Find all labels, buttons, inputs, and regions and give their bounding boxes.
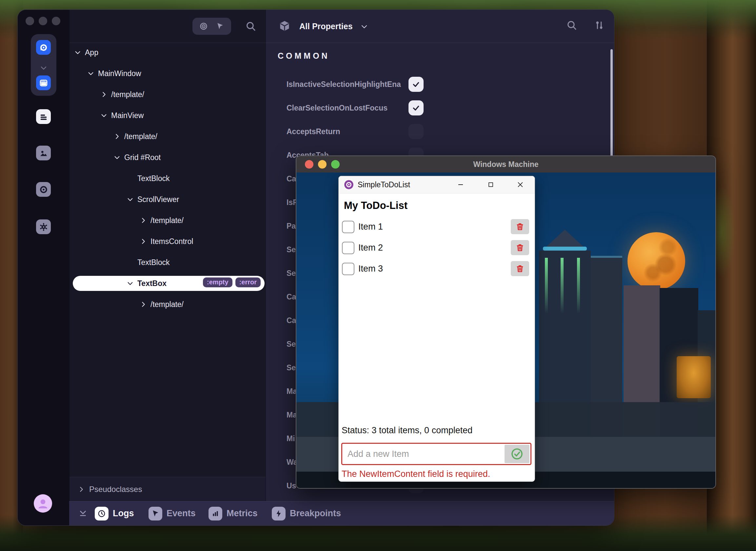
app-window-title: SimpleToDoList: [358, 176, 410, 193]
vm-minimize-button[interactable]: [318, 160, 327, 168]
pseudoclass-badge: :error: [235, 278, 261, 287]
chevron-down-icon[interactable]: [113, 153, 121, 161]
building-green-light: [577, 258, 580, 314]
building-amber-glow: [677, 356, 711, 398]
pseudoclasses-label: Pseudoclasses: [89, 485, 142, 494]
tree-node-label: ItemsControl: [150, 237, 193, 246]
chevron-down-icon[interactable]: [360, 23, 368, 30]
app-window-icon[interactable]: [36, 75, 51, 90]
tab-metrics[interactable]: Metrics: [209, 502, 258, 525]
building-green-light: [561, 258, 564, 314]
visual-tree-panel: AppMainWindow/template/MainView/template…: [69, 10, 266, 502]
screen: AppMainWindow/template/MainView/template…: [0, 0, 756, 551]
property-checkbox-checked[interactable]: [408, 100, 424, 115]
property-row: IsInactiveSelectionHighlightEna: [266, 72, 614, 96]
window-zoom-button[interactable]: [52, 17, 60, 25]
tab-events[interactable]: Events: [149, 502, 196, 525]
tree-node-itemscontrol[interactable]: ItemsControl: [70, 231, 266, 252]
vm-titlebar[interactable]: Windows Machine: [296, 156, 715, 173]
user-avatar[interactable]: [34, 494, 52, 513]
property-checkbox-unchecked[interactable]: [408, 124, 424, 139]
tree-node-textbox[interactable]: TextBox:empty:error: [70, 273, 266, 294]
todo-item-label: Item 1: [358, 216, 383, 237]
tree-node-label: Grid #Root: [124, 153, 161, 162]
window-minimize-button[interactable]: [39, 17, 47, 25]
delete-item-button[interactable]: [511, 261, 529, 276]
pseudoclass-badges: :empty:error: [203, 278, 261, 287]
chevron-right-icon[interactable]: [139, 216, 147, 224]
tree-node--template-[interactable]: /template/: [70, 126, 266, 147]
tree-node-textblock[interactable]: TextBlock: [70, 168, 266, 189]
todo-app-window: SimpleToDoList My ToDo-List Item 1Item 2…: [338, 176, 535, 482]
tab-breakpoints[interactable]: Breakpoints: [272, 502, 341, 525]
new-item-input[interactable]: [342, 444, 505, 464]
tree-node--template-[interactable]: /template/: [70, 294, 266, 315]
tree-node--template-[interactable]: /template/: [70, 84, 266, 105]
chevron-right-icon: [77, 485, 85, 493]
todo-checkbox[interactable]: [342, 263, 354, 275]
tree-node-mainview[interactable]: MainView: [70, 105, 266, 126]
cube-icon: [278, 20, 291, 33]
gear-icon[interactable]: [36, 219, 51, 234]
todo-item-label: Item 2: [358, 237, 383, 258]
clock-icon: [95, 507, 109, 521]
chevron-down-icon[interactable]: [87, 69, 95, 77]
chevron-right-icon[interactable]: [100, 90, 108, 98]
tree-node-mainwindow[interactable]: MainWindow: [70, 63, 266, 84]
tree-node-label: ScrollViewer: [137, 195, 179, 204]
tree-node-label: MainView: [111, 111, 144, 120]
pseudoclasses-row[interactable]: Pseudoclasses: [70, 477, 266, 502]
target-icon[interactable]: [198, 21, 209, 32]
property-checkbox-checked[interactable]: [408, 77, 424, 92]
vm-desktop: SimpleToDoList My ToDo-List Item 1Item 2…: [296, 172, 715, 488]
chevron-down-icon[interactable]: [126, 280, 134, 287]
cursor-arrow-icon[interactable]: [214, 21, 226, 32]
delete-item-button[interactable]: [511, 240, 529, 255]
window-close-button[interactable]: [26, 17, 34, 25]
app-maximize-button[interactable]: [480, 176, 501, 193]
app-logo-icon: [344, 180, 354, 189]
tree-node-label: TextBlock: [137, 174, 169, 183]
search-icon[interactable]: [566, 20, 579, 33]
chevron-down-icon[interactable]: [74, 49, 82, 56]
tree-node-grid-root[interactable]: Grid #Root: [70, 147, 266, 168]
chevron-right-icon[interactable]: [113, 132, 121, 140]
todo-checkbox[interactable]: [342, 221, 354, 233]
app-minimize-button[interactable]: [450, 176, 471, 193]
tab-logs[interactable]: Logs: [95, 502, 134, 525]
vm-close-button[interactable]: [305, 160, 313, 168]
search-icon[interactable]: [244, 20, 257, 33]
delete-item-button[interactable]: [511, 219, 529, 234]
list-icon[interactable]: [36, 109, 51, 124]
dock-bottom-icon[interactable]: [77, 507, 89, 519]
lens-icon[interactable]: [36, 182, 51, 197]
property-label: ClearSelectionOnLostFocus: [287, 104, 408, 112]
vm-zoom-button[interactable]: [331, 160, 340, 168]
tab-label: Breakpoints: [290, 508, 341, 519]
chevron-spacer: [126, 258, 134, 266]
building-green-light: [545, 258, 548, 314]
add-item-button[interactable]: [505, 445, 529, 463]
sliders-icon[interactable]: [594, 20, 607, 33]
chevron-down-icon[interactable]: [36, 64, 51, 71]
tree-node--template-[interactable]: /template/: [70, 210, 266, 231]
todo-checkbox[interactable]: [342, 242, 354, 254]
moon: [627, 232, 685, 290]
tree-node-app[interactable]: App: [70, 42, 266, 63]
chevron-down-icon[interactable]: [126, 195, 134, 203]
pseudoclass-badge: :empty: [203, 278, 232, 287]
chevron-right-icon[interactable]: [139, 237, 147, 245]
properties-filter-dropdown[interactable]: All Properties: [299, 10, 353, 43]
avalonia-logo-icon[interactable]: [36, 40, 51, 55]
todo-item-row: Item 2: [339, 237, 535, 258]
image-icon[interactable]: [36, 146, 51, 160]
tab-label: Metrics: [227, 508, 258, 519]
tree-node-textblock[interactable]: TextBlock: [70, 252, 266, 273]
tree-node-label: App: [85, 48, 98, 57]
app-close-button[interactable]: [510, 176, 531, 193]
todo-app-titlebar[interactable]: SimpleToDoList: [339, 176, 535, 193]
chevron-down-icon[interactable]: [100, 111, 108, 119]
vm-window: Windows Machine: [296, 155, 716, 489]
chevron-right-icon[interactable]: [139, 301, 147, 308]
tree-node-scrollviewer[interactable]: ScrollViewer: [70, 189, 266, 210]
